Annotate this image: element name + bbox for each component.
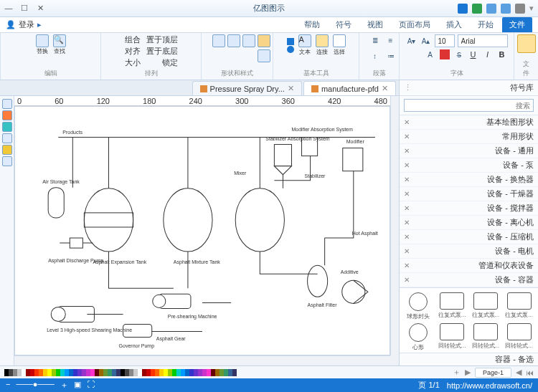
style-icon[interactable] — [2, 122, 12, 132]
category-item[interactable]: 设备 - 干燥器✕ — [400, 187, 538, 201]
close-icon[interactable]: ✕ — [404, 233, 410, 241]
page-nav-prev-icon[interactable]: ◀ — [516, 368, 522, 377]
undo-icon[interactable] — [486, 4, 496, 14]
shape-item[interactable]: 球形封头 — [404, 292, 433, 320]
strike-button[interactable]: S̶ — [453, 49, 465, 60]
bring-front-button[interactable]: 置于顶层 — [146, 34, 178, 45]
align-left-icon[interactable]: ≡ — [385, 34, 397, 46]
close-icon[interactable]: ✕ — [404, 161, 410, 169]
add-page-icon[interactable]: ＋ — [453, 367, 461, 378]
size-button[interactable]: 大小 — [125, 57, 141, 68]
color-palette[interactable] — [4, 369, 237, 376]
tab-file[interactable]: 文件 — [502, 17, 532, 32]
comments-icon[interactable] — [2, 133, 12, 143]
history-icon[interactable] — [2, 145, 12, 155]
shape-item[interactable]: 往复式泵... — [438, 292, 467, 320]
shape-circle-icon[interactable] — [287, 46, 294, 53]
align-center-icon[interactable]: ≣ — [369, 34, 381, 46]
lock-button[interactable]: 锁定 — [146, 57, 178, 68]
shape-item[interactable]: 心形 — [404, 323, 433, 351]
shape-item[interactable]: 回转轮式... — [504, 323, 534, 351]
font-name-input[interactable] — [458, 34, 508, 47]
category-item[interactable]: 设备 - 离心机✕ — [400, 216, 538, 230]
shape-item[interactable]: 回转轮式... — [471, 323, 501, 351]
replace-icon[interactable] — [36, 34, 49, 47]
login-link[interactable]: 👤 登录 ▸ — [6, 19, 42, 30]
bold-button[interactable]: B — [496, 49, 508, 60]
send-back-button[interactable]: 置于底层 — [146, 46, 178, 57]
font-color-button[interactable] — [439, 49, 450, 60]
category-item[interactable]: 设备 - 搅拌器✕ — [400, 201, 538, 216]
paste-icon[interactable] — [517, 34, 536, 53]
tab-layout[interactable]: 页面布局 — [392, 17, 438, 32]
close-icon[interactable]: ✕ — [404, 118, 410, 126]
font-shrink-icon[interactable]: A▾ — [406, 35, 417, 47]
tab-insert[interactable]: 插入 — [439, 17, 469, 32]
print-icon[interactable] — [515, 4, 525, 14]
shape-rect-icon[interactable] — [287, 38, 294, 45]
zoom-out-icon[interactable]: − — [6, 380, 10, 391]
close-icon[interactable]: ✕ — [404, 133, 410, 140]
line-icon[interactable] — [242, 34, 255, 47]
category-item[interactable]: 管道和仪表设备✕ — [400, 259, 538, 273]
close-icon[interactable]: ✕ — [288, 84, 294, 93]
fill-icon[interactable] — [258, 34, 270, 47]
layers-icon[interactable] — [2, 99, 12, 109]
category-item[interactable]: 设备 - 压缩机✕ — [400, 230, 538, 244]
horizontal-scrollbar[interactable] — [14, 355, 390, 365]
close-icon[interactable]: ✕ — [404, 247, 410, 255]
close-icon[interactable]: ✕ — [404, 219, 410, 226]
theme-icon[interactable] — [2, 110, 12, 120]
category-item[interactable]: 基本绘图形状✕ — [400, 115, 538, 130]
shape-item[interactable]: 往复式泵... — [504, 292, 534, 320]
close-icon[interactable]: ✕ — [382, 84, 388, 93]
close-icon[interactable]: ✕ — [404, 204, 410, 212]
vertical-scrollbar[interactable] — [390, 96, 399, 355]
quickstyle-icon[interactable] — [212, 34, 225, 47]
maximize-button[interactable]: ☐ — [20, 4, 29, 13]
category-item[interactable]: 常用形状✕ — [400, 130, 538, 144]
font-size-input[interactable] — [435, 34, 455, 47]
shape-item[interactable]: 往复式泵... — [471, 292, 501, 320]
category-item[interactable]: 设备 - 容器✕ — [400, 273, 538, 287]
zoom-in-icon[interactable]: ＋ — [60, 380, 68, 391]
page-nav-first-icon[interactable]: ⏮ — [526, 368, 534, 377]
zoom-slider[interactable]: ───●─── — [16, 380, 54, 391]
shape-item[interactable]: 回转轮式... — [438, 323, 467, 351]
select-tool-icon[interactable] — [333, 34, 346, 47]
tab-home[interactable]: 开始 — [471, 17, 501, 32]
search-input[interactable] — [404, 99, 534, 112]
find-icon[interactable]: 🔍 — [53, 34, 66, 47]
font-grow-icon[interactable]: A▴ — [420, 35, 432, 47]
close-icon[interactable]: ✕ — [404, 147, 410, 155]
tab-view[interactable]: 视图 — [360, 17, 390, 32]
close-icon[interactable]: ✕ — [404, 276, 410, 284]
tab-symbols[interactable]: 符号 — [329, 17, 359, 32]
color-swatch[interactable] — [232, 369, 237, 376]
close-icon[interactable]: ✕ — [404, 262, 410, 269]
save-icon[interactable] — [472, 4, 482, 14]
align-button[interactable]: 对齐 — [125, 46, 141, 57]
category-item[interactable]: 设备 - 换热器✕ — [400, 173, 538, 187]
minimize-button[interactable]: — — [4, 4, 13, 13]
fullscreen-icon[interactable]: ⛶ — [87, 380, 95, 391]
close-icon[interactable]: ✕ — [404, 176, 410, 183]
shadow-icon[interactable] — [227, 34, 240, 47]
group-button[interactable]: 组合 — [125, 34, 141, 45]
page-nav-next-icon[interactable]: ▶ — [465, 368, 471, 377]
page-tab[interactable]: Page-1 — [475, 368, 511, 378]
bullets-icon[interactable]: ≔ — [385, 50, 397, 62]
drawing-canvas[interactable]: Products Modifier Modifier Absorption Sy… — [14, 106, 390, 355]
panel-menu-icon[interactable]: ⋮ — [404, 83, 412, 92]
category-item[interactable]: 设备 - 通用✕ — [400, 144, 538, 158]
close-button[interactable]: ✕ — [36, 4, 44, 13]
underline-button[interactable]: U — [468, 49, 479, 60]
fit-page-icon[interactable]: ▣ — [74, 380, 81, 391]
theme-icon[interactable] — [258, 49, 270, 62]
connector-tool-icon[interactable] — [316, 34, 329, 47]
close-icon[interactable]: ✕ — [404, 190, 410, 198]
line-spacing-icon[interactable]: ↕ — [369, 50, 381, 62]
text-tool-icon[interactable]: A — [298, 34, 311, 47]
doc-tab[interactable]: Pressure Spray Dry...✕ — [192, 81, 302, 95]
highlight-button[interactable]: A — [425, 49, 436, 60]
